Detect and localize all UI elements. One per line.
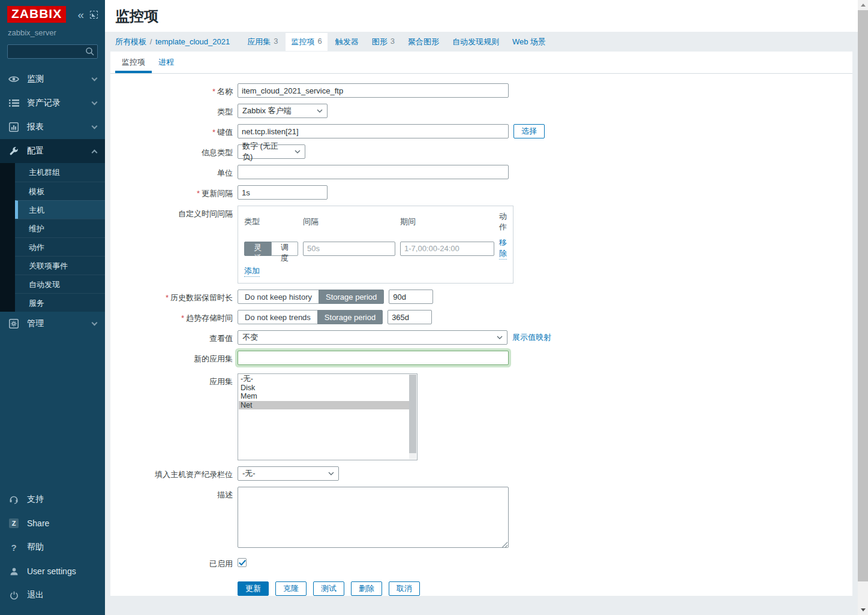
update-button[interactable]: 更新	[238, 581, 269, 596]
scrollbar-thumb[interactable]	[858, 10, 868, 581]
update-interval-input[interactable]	[238, 185, 328, 200]
sidebar-item-support[interactable]: 支持	[0, 487, 105, 511]
history-storage-button[interactable]: Storage period	[319, 290, 384, 304]
zabbix-logo: ZABBIX	[7, 6, 66, 23]
interval-remove-link[interactable]: 移除	[499, 237, 507, 260]
scheduling-button[interactable]: 调度	[271, 242, 299, 256]
listbox-scrollbar[interactable]	[409, 375, 416, 459]
form-row-update-interval: *更新间隔	[110, 185, 852, 200]
sidebar-item-user-settings[interactable]: User settings	[0, 559, 105, 583]
breadcrumb: 所有模板 / template_cloud_2021	[115, 37, 230, 47]
trends-off-button[interactable]: Do not keep trends	[238, 310, 318, 324]
interval-delay-input[interactable]	[303, 242, 395, 256]
scrollbar-up-arrow[interactable]	[858, 0, 868, 10]
tab-screens[interactable]: 聚合图形	[403, 33, 444, 51]
sidebar-item-share[interactable]: Z Share	[0, 511, 105, 535]
scrollbar-down-arrow[interactable]	[858, 605, 868, 615]
sidebar-item-services[interactable]: 服务	[15, 293, 105, 312]
form-actions: 更新 克隆 测试 删除 取消	[238, 581, 420, 596]
search-icon[interactable]	[85, 47, 95, 56]
item-form-card: 监控项 进程 *名称 类型 Zabbix 客户端 *键值	[110, 52, 852, 596]
flexible-button[interactable]: 灵活	[244, 242, 272, 256]
history-off-button[interactable]: Do not keep history	[238, 290, 319, 304]
expand-icon[interactable]	[90, 11, 98, 19]
name-input[interactable]	[238, 83, 509, 98]
tab-applications[interactable]: 应用集3	[242, 33, 283, 51]
show-value-mappings-link[interactable]: 展示值映射	[512, 332, 551, 343]
sidebar-item-host-groups[interactable]: 主机群组	[15, 163, 105, 182]
info-type-select[interactable]: 数字 (无正负)	[238, 144, 305, 159]
enabled-checkbox[interactable]	[238, 558, 247, 567]
zabbix-share-icon: Z	[8, 518, 19, 528]
key-select-button[interactable]: 选择	[513, 124, 545, 138]
breadcrumb-all-templates[interactable]: 所有模板	[115, 37, 146, 46]
power-icon	[8, 591, 19, 600]
form-row-inventory: 填入主机资产纪录栏位 -无-	[110, 466, 852, 481]
sidebar-item-discovery[interactable]: 自动发现	[15, 275, 105, 293]
cancel-button[interactable]: 取消	[389, 581, 420, 596]
form-row-enabled: 已启用	[110, 556, 852, 569]
sidebar-item-inventory[interactable]: 资产记录	[0, 91, 105, 115]
type-select[interactable]: Zabbix 客户端	[238, 104, 328, 118]
sidebar-item-help[interactable]: ? 帮助	[0, 535, 105, 559]
trends-storage-button[interactable]: Storage period	[317, 310, 383, 324]
listbox-scrollbar-thumb[interactable]	[409, 375, 416, 453]
info-type-label: 信息类型	[202, 148, 233, 157]
sidebar-item-monitoring[interactable]: 监测	[0, 67, 105, 91]
show-value-select[interactable]: 不变	[238, 330, 507, 345]
breadcrumb-template-link[interactable]: template_cloud_2021	[155, 37, 230, 46]
application-option-net[interactable]: Net	[239, 401, 409, 410]
applications-listbox[interactable]: -无- Disk Mem Net	[238, 373, 418, 460]
form-row-applications: 应用集 -无- Disk Mem Net	[110, 373, 852, 460]
sidebar-item-administration[interactable]: 管理	[0, 312, 105, 336]
chevron-down-icon	[92, 123, 98, 129]
trends-period-input[interactable]	[388, 310, 432, 324]
test-button[interactable]: 测试	[313, 581, 344, 596]
interval-add-link[interactable]: 添加	[244, 266, 260, 277]
new-application-input[interactable]	[238, 351, 509, 365]
page-scrollbar[interactable]	[858, 0, 868, 615]
interval-period-input[interactable]	[400, 242, 494, 256]
column-header-type: 类型	[244, 216, 298, 232]
form-row-history: *历史数据保留时长 Do not keep history Storage pe…	[110, 290, 852, 304]
units-input[interactable]	[238, 165, 509, 179]
application-option-disk[interactable]: Disk	[239, 384, 409, 393]
tab-graphs[interactable]: 图形3	[367, 33, 400, 51]
description-textarea[interactable]	[238, 487, 509, 548]
application-option-mem[interactable]: Mem	[239, 392, 409, 401]
subtab-preprocessing[interactable]: 进程	[152, 52, 181, 73]
sidebar-item-hosts[interactable]: 主机	[15, 200, 105, 219]
sidebar-item-configuration[interactable]: 配置	[0, 139, 105, 163]
inventory-label: 填入主机资产纪录栏位	[155, 470, 233, 479]
delete-button[interactable]: 删除	[351, 581, 382, 596]
search-input[interactable]	[7, 44, 98, 59]
chevron-down-icon	[317, 109, 323, 113]
key-input[interactable]	[238, 124, 509, 138]
inventory-select[interactable]: -无-	[238, 466, 339, 481]
required-asterisk: *	[212, 87, 215, 96]
sidebar-item-label: 管理	[27, 318, 44, 329]
tab-discovery-rules[interactable]: 自动发现规则	[447, 33, 504, 51]
tab-triggers[interactable]: 触发器	[330, 33, 364, 51]
application-option-none[interactable]: -无-	[239, 375, 409, 384]
chevron-down-icon	[92, 100, 98, 105]
sidebar-item-maintenance[interactable]: 维护	[15, 219, 105, 237]
sidebar-item-templates[interactable]: 模板	[15, 182, 105, 200]
history-period-input[interactable]	[389, 290, 433, 304]
clone-button[interactable]: 克隆	[275, 581, 307, 596]
chevron-down-icon	[328, 472, 334, 475]
tab-items[interactable]: 监控项6	[286, 33, 327, 51]
sidebar-item-event-correlation[interactable]: 关联项事件	[15, 256, 105, 275]
history-segment: Do not keep history Storage period	[238, 290, 384, 304]
sidebar-item-label: 支持	[27, 494, 44, 505]
tab-web-scenarios[interactable]: Web 场景	[507, 33, 551, 51]
sidebar-item-reports[interactable]: 报表	[0, 115, 105, 139]
form-row-show-value: 查看值 不变 展示值映射	[110, 330, 852, 345]
subtab-item[interactable]: 监控项	[115, 52, 152, 73]
bar-chart-icon	[8, 122, 19, 132]
sidebar-item-logout[interactable]: 退出	[0, 583, 105, 607]
tab-count: 6	[317, 37, 322, 47]
item-form: *名称 类型 Zabbix 客户端 *键值 选择	[110, 74, 852, 596]
sidebar-item-actions[interactable]: 动作	[15, 237, 105, 256]
collapse-sidebar-icon[interactable]: «	[77, 9, 84, 20]
